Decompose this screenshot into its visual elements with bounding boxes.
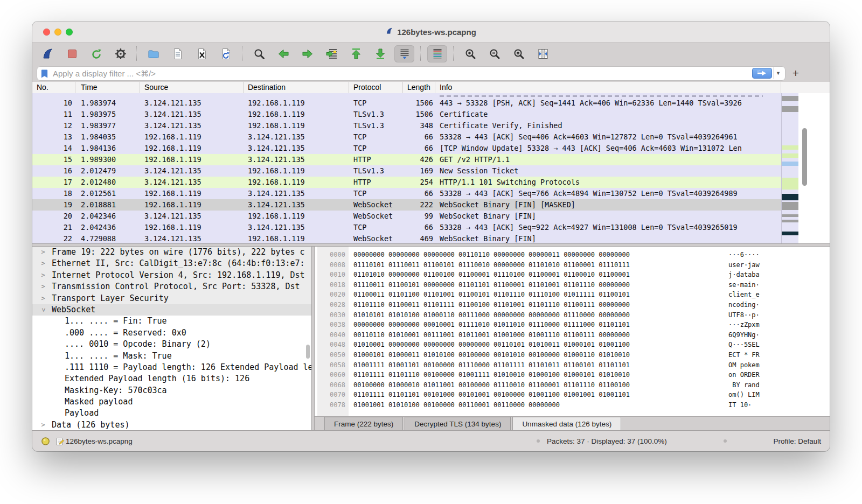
details-row[interactable]: 1... .... = Fin: True bbox=[32, 316, 311, 327]
details-row[interactable]: >WebSocket bbox=[32, 304, 311, 316]
packet-row[interactable]: 141.984136192.168.1.1193.124.121.135TCP6… bbox=[32, 143, 781, 154]
chevron-right-icon[interactable]: > bbox=[39, 258, 47, 269]
packet-row[interactable]: 224.7290883.124.121.135192.168.1.119WebS… bbox=[32, 233, 781, 243]
chevron-right-icon[interactable]: > bbox=[39, 270, 47, 281]
hex-row[interactable]: 006800100000 01000010 01011001 00100000 … bbox=[315, 380, 830, 390]
open-file-button[interactable] bbox=[143, 45, 163, 62]
column-header-time[interactable]: Time bbox=[75, 82, 140, 93]
first-packet-button[interactable] bbox=[346, 45, 366, 62]
previous-packet-button[interactable] bbox=[273, 45, 293, 62]
packet-list-scrollbar-thumb[interactable] bbox=[802, 128, 807, 186]
restart-capture-button[interactable] bbox=[86, 45, 106, 62]
packet-row[interactable]: 162.0124793.124.121.135192.168.1.119TLSv… bbox=[32, 165, 781, 177]
details-row[interactable]: .111 1110 = Payload length: 126 Extended… bbox=[32, 362, 311, 373]
details-row[interactable]: Masking-Key: 570c03ca bbox=[32, 385, 311, 396]
packet-row[interactable]: 101.9839743.124.121.135192.168.1.119TCP1… bbox=[32, 97, 781, 109]
details-scrollbar-thumb[interactable] bbox=[306, 345, 310, 359]
hex-row[interactable]: 005001000101 01000011 01010100 00100000 … bbox=[315, 350, 830, 360]
hex-row[interactable]: 001801110011 01100101 00000000 01101101 … bbox=[315, 280, 830, 290]
packet-row[interactable]: 212.042436192.168.1.1193.124.121.135TCP6… bbox=[32, 222, 781, 233]
capture-comment-icon[interactable] bbox=[55, 431, 65, 451]
packet-list[interactable]: 101.9839743.124.121.135192.168.1.119TCP1… bbox=[32, 93, 830, 243]
details-row[interactable]: >Frame 19: 222 bytes on wire (1776 bits)… bbox=[32, 247, 311, 258]
chevron-right-icon[interactable]: > bbox=[39, 281, 47, 292]
status-profile[interactable]: Profile: Default bbox=[773, 431, 821, 451]
packet-row[interactable]: 172.0124803.124.121.135192.168.1.119HTTP… bbox=[32, 177, 781, 188]
apply-filter-button[interactable] bbox=[752, 68, 772, 79]
details-row[interactable]: >Ethernet II, Src: CalDigit_13:e7:8c (64… bbox=[32, 258, 311, 269]
column-header-info[interactable]: Info bbox=[435, 82, 781, 93]
bytes-tab[interactable]: Unmasked data (126 bytes) bbox=[512, 417, 621, 431]
packet-row[interactable]: 131.984035192.168.1.1193.124.121.135TCP6… bbox=[32, 131, 781, 143]
column-header-no[interactable]: No. bbox=[32, 82, 75, 93]
chevron-right-icon[interactable]: > bbox=[39, 293, 47, 304]
hex-row[interactable]: 005801001111 01001101 00100000 01110000 … bbox=[315, 360, 830, 370]
add-filter-button[interactable]: + bbox=[789, 66, 803, 80]
details-row[interactable]: .000 .... = Reserved: 0x0 bbox=[32, 327, 311, 339]
hex-row[interactable]: 004000110110 01010001 00111001 01011001 … bbox=[315, 330, 830, 340]
expert-info-icon[interactable] bbox=[41, 431, 50, 451]
column-header-protocol[interactable]: Protocol bbox=[349, 82, 403, 93]
packet-row[interactable]: 182.012561192.168.1.1193.124.121.135TCP6… bbox=[32, 188, 781, 199]
column-header-source[interactable]: Source bbox=[140, 82, 244, 93]
hex-row[interactable]: 006001101111 01101110 00100000 01001111 … bbox=[315, 370, 830, 380]
column-header-destination[interactable]: Destination bbox=[244, 82, 349, 93]
hex-row[interactable]: 002801101110 01100011 01101111 01100100 … bbox=[315, 300, 830, 310]
next-packet-button[interactable] bbox=[297, 45, 317, 62]
stop-capture-button[interactable] bbox=[62, 45, 82, 62]
packet-row[interactable]: 111.9839753.124.121.135192.168.1.119TLSv… bbox=[32, 109, 781, 120]
packet-row[interactable]: 151.989300192.168.1.1193.124.121.135HTTP… bbox=[32, 154, 781, 165]
details-row[interactable]: >Transmission Control Protocol, Src Port… bbox=[32, 281, 311, 292]
colorize-button[interactable] bbox=[427, 45, 447, 62]
packet-bytes-pane[interactable]: 000000000000 00000000 00000000 00110110 … bbox=[315, 247, 830, 431]
hex-row[interactable]: 000000000000 00000000 00000000 00110110 … bbox=[315, 250, 830, 260]
packet-length: 222 bbox=[403, 199, 435, 211]
start-capture-button[interactable] bbox=[38, 45, 58, 62]
details-row[interactable]: Extended Payload length (16 bits): 126 bbox=[32, 373, 311, 384]
status-filename[interactable]: 126bytes-ws.pcapng bbox=[66, 431, 133, 451]
chevron-down-icon[interactable]: > bbox=[37, 306, 48, 314]
hex-row[interactable]: 004801010001 00000000 00000000 00000000 … bbox=[315, 340, 830, 350]
details-row[interactable]: .... 0010 = Opcode: Binary (2) bbox=[32, 339, 311, 350]
hex-row[interactable]: 000801110101 01110011 01100101 01110010 … bbox=[315, 260, 830, 270]
hex-row[interactable]: 002001100011 01101100 01101001 01100101 … bbox=[315, 290, 830, 300]
partial-packet-row[interactable] bbox=[32, 93, 781, 97]
packet-row[interactable]: 202.0423463.124.121.135192.168.1.119WebS… bbox=[32, 211, 781, 222]
hex-row[interactable]: 007801001001 01010100 00100000 00110001 … bbox=[315, 400, 830, 410]
details-row[interactable]: Masked payload bbox=[32, 396, 311, 408]
find-packet-button[interactable] bbox=[249, 45, 269, 62]
zoom-in-button[interactable] bbox=[460, 45, 480, 62]
go-to-packet-button[interactable] bbox=[322, 45, 342, 62]
zoom-out-button[interactable] bbox=[484, 45, 504, 62]
bytes-tab[interactable]: Decrypted TLS (134 bytes) bbox=[405, 417, 511, 431]
bytes-tab[interactable]: Frame (222 bytes) bbox=[324, 417, 403, 431]
details-row[interactable]: >Internet Protocol Version 4, Src: 192.1… bbox=[32, 270, 311, 281]
display-filter-input[interactable]: Apply a display filter ... <⌘/> ▼ bbox=[37, 66, 785, 81]
details-row[interactable]: Payload bbox=[32, 408, 311, 419]
packet-row[interactable]: 192.018881192.168.1.1193.124.121.135WebS… bbox=[32, 199, 781, 211]
auto-scroll-button[interactable] bbox=[394, 45, 414, 62]
close-file-button[interactable] bbox=[192, 45, 212, 62]
intelligent-scrollbar-minimap[interactable] bbox=[781, 93, 798, 243]
chevron-right-icon[interactable]: > bbox=[39, 419, 47, 431]
chevron-right-icon[interactable]: > bbox=[39, 247, 47, 258]
hex-row[interactable]: 001001101010 00000000 01100100 01100001 … bbox=[315, 270, 830, 280]
hex-row[interactable]: 003800000000 00000000 00010001 01111010 … bbox=[315, 320, 830, 330]
filter-bookmark-icon[interactable] bbox=[40, 69, 48, 79]
last-packet-button[interactable] bbox=[370, 45, 390, 62]
hex-row[interactable]: 003001010101 01010100 01000110 00111000 … bbox=[315, 310, 830, 320]
hex-row[interactable]: 007001101111 01101101 00101000 00101001 … bbox=[315, 390, 830, 400]
resize-columns-button[interactable] bbox=[533, 45, 553, 62]
details-row[interactable]: >Transport Layer Security bbox=[32, 293, 311, 304]
save-file-button[interactable] bbox=[168, 45, 187, 62]
filter-dropdown-caret[interactable]: ▼ bbox=[773, 67, 783, 79]
zoom-reset-button[interactable] bbox=[509, 45, 529, 62]
column-header-length[interactable]: Length bbox=[403, 82, 435, 93]
packet-details-pane[interactable]: >Frame 19: 222 bytes on wire (1776 bits)… bbox=[32, 247, 311, 431]
titlebar[interactable]: 126bytes-ws.pcapng bbox=[32, 22, 830, 43]
details-row[interactable]: >Data (126 bytes) bbox=[32, 419, 311, 431]
packet-row[interactable]: 121.9839773.124.121.135192.168.1.119TLSv… bbox=[32, 120, 781, 131]
capture-options-button[interactable] bbox=[110, 45, 130, 62]
details-row[interactable]: 1... .... = Mask: True bbox=[32, 351, 311, 362]
reload-file-button[interactable] bbox=[216, 45, 236, 62]
